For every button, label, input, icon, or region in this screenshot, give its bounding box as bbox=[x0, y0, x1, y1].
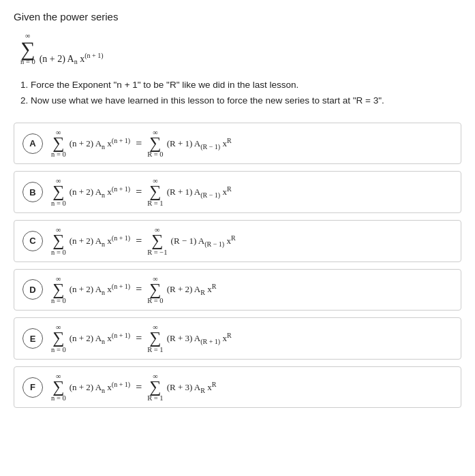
main-series: ∞ ∑ n = 0 (n + 2) An x(n + 1) bbox=[20, 32, 461, 65]
option-c[interactable]: C ∞ ∑ n = 0 (n + 2) An x(n + 1) = ∞ ∑ R … bbox=[14, 220, 461, 262]
option-b-label: B bbox=[22, 182, 43, 202]
option-f[interactable]: F ∞ ∑ n = 0 (n + 2) An x(n + 1) = ∞ ∑ R … bbox=[14, 366, 461, 409]
option-d-label: D bbox=[22, 279, 43, 300]
instructions: 1. Force the Exponent "n + 1" to be "R" … bbox=[20, 78, 461, 109]
instruction-1: 1. Force the Exponent "n + 1" to be "R" … bbox=[20, 78, 461, 93]
option-a[interactable]: A ∞ ∑ n = 0 (n + 2) An x(n + 1) = ∞ ∑ R … bbox=[14, 123, 461, 165]
option-d[interactable]: D ∞ ∑ n = 0 (n + 2) An x(n + 1) = ∞ ∑ R … bbox=[14, 269, 461, 311]
instruction-2: 2. Now use what we have learned in this … bbox=[20, 93, 461, 109]
page-title: Given the power series bbox=[14, 11, 461, 22]
option-e-label: E bbox=[22, 328, 43, 349]
option-c-label: C bbox=[22, 231, 43, 251]
option-b[interactable]: B ∞ ∑ n = 0 (n + 2) An x(n + 1) = ∞ ∑ R … bbox=[14, 171, 461, 213]
option-e[interactable]: E ∞ ∑ n = 0 (n + 2) An x(n + 1) = ∞ ∑ R … bbox=[14, 317, 461, 360]
options-container: A ∞ ∑ n = 0 (n + 2) An x(n + 1) = ∞ ∑ R … bbox=[14, 123, 461, 409]
option-a-label: A bbox=[22, 133, 43, 154]
option-f-label: F bbox=[22, 377, 43, 398]
